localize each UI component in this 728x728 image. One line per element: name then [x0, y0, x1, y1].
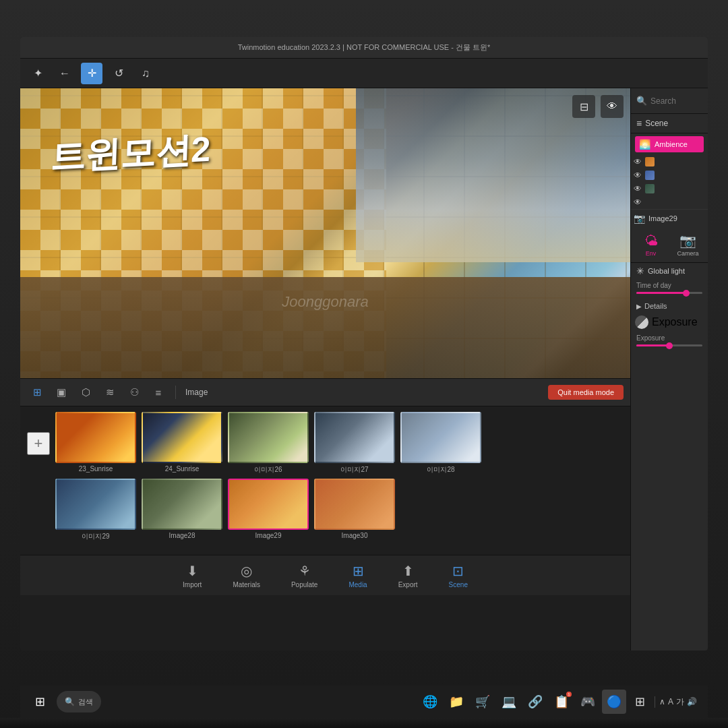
media-type-label: Image	[185, 388, 208, 397]
taskbar-icon-game[interactable]: 🎮	[576, 690, 600, 714]
media-thumb-img30[interactable]: Image30	[314, 479, 395, 539]
media-bottom-icon: ⊞	[353, 563, 364, 579]
media-btn[interactable]: ♫	[135, 63, 156, 84]
time-of-day-slider[interactable]	[636, 292, 702, 294]
eye-toggle-btn[interactable]: 👁	[601, 95, 624, 118]
camera-btn[interactable]: 📷 Camera	[672, 233, 704, 257]
media-video-btn[interactable]: ▣	[51, 382, 71, 402]
taskbar-icon-app4[interactable]: ⊞	[628, 690, 653, 714]
thumb-img29sel-img	[228, 479, 309, 530]
quit-media-btn[interactable]: Quit media mode	[548, 385, 624, 400]
env-btn[interactable]: 🌤 Env	[635, 233, 667, 257]
slider-thumb[interactable]	[683, 290, 690, 297]
image29-label: Image29	[648, 214, 677, 222]
media-thumb-img27[interactable]: 이미지27	[314, 412, 395, 475]
media-thumb-img29sel[interactable]: Image29	[228, 479, 309, 539]
env-camera-row: 🌤 Env 📷 Camera	[631, 227, 708, 263]
taskbar-icon-store[interactable]: 🛒	[471, 690, 495, 714]
taskbar-icon-app1[interactable]: 💻	[497, 690, 521, 714]
ambience-section: 🌅 Ambience	[631, 133, 708, 155]
ambience-label: Ambience	[655, 140, 688, 148]
taskbar-icon-edge[interactable]: 🌐	[418, 690, 442, 714]
taskbar-icon-app2[interactable]: 🔗	[523, 690, 547, 714]
thumb-img30-label: Image30	[342, 532, 368, 539]
time-of-day-label: Time of day	[636, 282, 702, 289]
thumb-sunrise2-label: 24_Sunrise	[165, 465, 200, 473]
pin-tool-btn[interactable]: ✦	[27, 63, 49, 84]
materials-btn[interactable]: ◎ Materials	[227, 560, 266, 591]
start-button[interactable]: ⊞	[27, 689, 53, 715]
thumb-img26-label: 이미지26	[254, 465, 282, 475]
scene-label-btn: Scene	[449, 581, 468, 588]
viewport-wrapper: Joonggonara ⊟ 👁 트윈모션2	[20, 88, 630, 378]
viewport-top-icons: ⊟ 👁	[572, 95, 624, 118]
exposure-label: Exposure	[652, 316, 698, 328]
import-btn[interactable]: ⬇ Import	[177, 560, 207, 591]
env-icon: 🌤	[644, 233, 658, 249]
scene-icon: ⊡	[452, 563, 464, 579]
export-btn[interactable]: ⬆ Export	[393, 560, 423, 591]
media-bottom-btn[interactable]: ⊞ Media	[343, 560, 372, 591]
scene-btn[interactable]: ⊡ Scene	[444, 560, 473, 591]
sys-tray-chevron[interactable]: ∧	[659, 697, 665, 706]
taskbar-icons: 🌐 📁 🛒 💻 🔗 📋 1 🎮 🔵 ⊞ ∧ A 가 🔊	[418, 690, 701, 714]
materials-label: Materials	[233, 581, 260, 588]
media-list-btn[interactable]: ≡	[148, 382, 169, 402]
thumb-img28-label: 이미지28	[427, 465, 454, 475]
rotate-btn[interactable]: ↺	[108, 63, 129, 84]
exposure-slider[interactable]	[636, 344, 702, 346]
taskbar-icon-explorer[interactable]: 📁	[444, 690, 468, 714]
thumb-sunrise1-label: 23_Sunrise	[79, 465, 113, 473]
back-btn[interactable]: ←	[54, 63, 75, 84]
media-thumb-img28b[interactable]: Image28	[142, 479, 222, 539]
left-area: Joonggonara ⊟ 👁 트윈모션2 ⊞ ▣ ⬡ ≋ ⚇	[20, 88, 630, 650]
title-bar: Twinmotion education 2023.2.3 | NOT FOR …	[20, 37, 708, 59]
taskbar-search-text: 검색	[78, 697, 93, 707]
laptop-outer: Twinmotion education 2023.2.3 | NOT FOR …	[0, 0, 728, 728]
panel-row-1: 👁	[631, 155, 708, 169]
populate-label: Populate	[291, 581, 317, 588]
sys-tray-a[interactable]: A	[668, 697, 673, 706]
export-icon: ⬆	[402, 563, 414, 579]
scene-label: Scene	[645, 119, 668, 128]
media-thumb-img29[interactable]: 이미지29	[55, 479, 136, 541]
image29-row[interactable]: 📷 Image29	[631, 209, 708, 227]
taskbar-icon-app3[interactable]: 📋 1	[549, 690, 574, 714]
watermark: Joonggonara	[282, 293, 368, 311]
scene-header[interactable]: ≡ Scene	[636, 118, 702, 129]
sys-tray-korean[interactable]: 가	[676, 696, 684, 708]
thumb-img28b-img	[142, 479, 222, 530]
eye-icon-3: 👁	[634, 184, 642, 193]
media-thumb-sunrise1[interactable]: 23_Sunrise	[55, 412, 136, 473]
exposure-slider-thumb[interactable]	[666, 342, 673, 349]
layout-icon-btn[interactable]: ⊟	[572, 95, 595, 118]
panel-row-2: 👁	[631, 169, 708, 182]
search-input[interactable]	[650, 96, 708, 106]
bottom-bezel	[0, 718, 728, 728]
populate-btn[interactable]: ⚘ Populate	[286, 560, 323, 591]
move-btn[interactable]: ✛	[81, 63, 102, 84]
chevron-right-icon: ▶	[636, 303, 642, 310]
taskbar-icon-blue[interactable]: 🔵	[602, 690, 626, 714]
media-person-btn[interactable]: ⚇	[124, 382, 144, 402]
media-thumb-img26[interactable]: 이미지26	[228, 412, 309, 475]
global-light-label: Global light	[648, 267, 685, 275]
media-anim-btn[interactable]: ≋	[100, 382, 120, 402]
sys-tray-volume[interactable]: 🔊	[687, 697, 697, 706]
details-row[interactable]: ▶ Details	[631, 299, 708, 313]
media-panorama-btn[interactable]: ⬡	[75, 382, 96, 402]
camera-btn-icon: 📷	[679, 233, 696, 249]
exposure-icon	[635, 315, 648, 329]
sys-tray: ∧ A 가 🔊	[655, 696, 701, 708]
media-thumb-sunrise2[interactable]: 24_Sunrise	[142, 412, 222, 473]
search-icon: 🔍	[636, 96, 647, 106]
add-media-btn[interactable]: +	[27, 432, 50, 455]
thumb-img29sel-label: Image29	[255, 532, 282, 539]
media-image-btn[interactable]: ⊞	[27, 382, 47, 402]
media-thumb-img28[interactable]: 이미지28	[400, 412, 481, 475]
import-icon: ⬇	[187, 563, 198, 579]
ambience-item[interactable]: 🌅 Ambience	[635, 136, 704, 152]
eye-icon-4: 👁	[634, 198, 642, 207]
export-label: Export	[398, 581, 418, 588]
taskbar-search[interactable]: 🔍 검색	[57, 691, 101, 712]
